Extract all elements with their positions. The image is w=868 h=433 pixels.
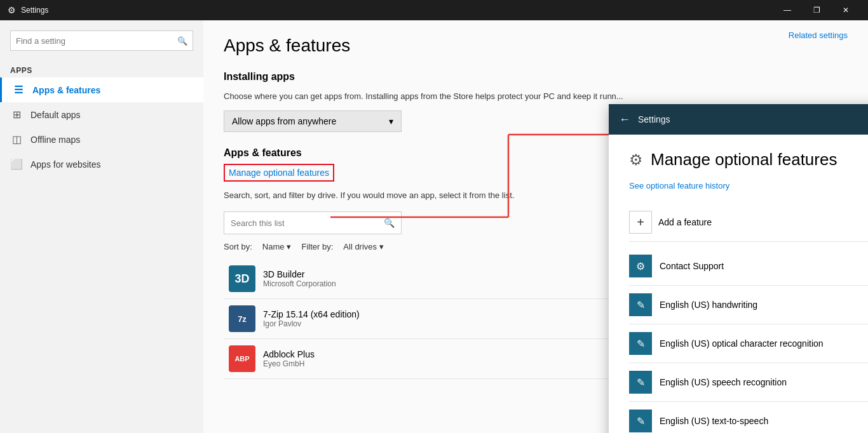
app-source-dropdown[interactable]: Allow apps from anywhere ▾ — [224, 110, 402, 132]
feature-item-en-us-speech[interactable]: ✎ English (US) speech recognition 94.9 M… — [629, 363, 868, 402]
feature-info-en-us-speech: English (US) speech recognition — [660, 376, 868, 388]
manage-optional-features-link[interactable]: Manage optional features — [224, 164, 334, 182]
feature-item-en-us-ocr[interactable]: ✎ English (US) optical character recogni… — [629, 324, 868, 363]
feature-item-contact-support[interactable]: ⚙ Contact Support 1.37 MB — [629, 247, 868, 286]
feature-name-en-us-ocr: English (US) optical character recogniti… — [660, 338, 824, 349]
window-controls: — ❐ ✕ — [773, 0, 860, 20]
sort-button[interactable]: Name ▾ — [262, 242, 292, 251]
settings-panel-page-title-text: Manage optional features — [651, 150, 837, 170]
sidebar-item-default-apps[interactable]: ⊞ Default apps — [0, 102, 203, 127]
manage-features-icon: ⚙ — [629, 151, 643, 169]
installing-apps-desc: Choose where you can get apps from. Inst… — [224, 90, 848, 103]
feature-icon-contact-support: ⚙ — [629, 255, 652, 277]
feature-info-contact-support: Contact Support — [660, 260, 868, 272]
sidebar-item-apps-websites[interactable]: ⬜ Apps for websites — [0, 152, 203, 177]
filter-label: Filter by: — [301, 242, 333, 251]
add-feature-label: Add a feature — [658, 217, 712, 227]
filter-chevron-icon: ▾ — [379, 242, 384, 251]
default-apps-icon: ⊞ — [10, 109, 23, 121]
feature-icon-en-us-ocr: ✎ — [629, 332, 652, 355]
settings-panel-header-title: Settings — [638, 114, 670, 124]
sort-chevron-icon: ▾ — [287, 242, 291, 251]
settings-panel-body: ⚙ Manage optional features See optional … — [609, 135, 868, 433]
settings-icon: ⚙ — [8, 5, 16, 15]
apps-websites-icon: ⬜ — [10, 158, 23, 170]
dropdown-chevron-icon: ▾ — [389, 116, 393, 126]
sidebar-item-label: Offline maps — [31, 135, 80, 145]
feature-item-en-us-handwriting[interactable]: ✎ English (US) handwriting 6.13 MB — [629, 286, 868, 324]
add-feature-button[interactable]: + Add a feature — [629, 203, 868, 242]
search-icon: 🔍 — [177, 36, 187, 46]
search-box[interactable]: 🔍 — [10, 30, 193, 51]
filter-value: All drives — [343, 242, 377, 251]
add-feature-icon: + — [629, 211, 652, 234]
settings-panel: ← Settings ⚙ Manage optional features Se… — [609, 104, 868, 433]
app-body: 🔍 Apps ☰ Apps & features ⊞ Default apps … — [0, 20, 868, 433]
feature-icon-en-us-speech: ✎ — [629, 371, 652, 394]
installing-apps-title: Installing apps — [224, 71, 848, 83]
sidebar-item-apps-features[interactable]: ☰ Apps & features — [0, 77, 203, 102]
sidebar-item-label: Apps & features — [32, 85, 100, 95]
feature-name-en-us-tts: English (US) text-to-speech — [660, 416, 768, 426]
app-search-bar[interactable]: 🔍 — [224, 211, 402, 234]
feature-item-en-us-tts[interactable]: ✎ English (US) text-to-speech 61.9 MB — [629, 402, 868, 433]
back-button[interactable]: ← — [619, 113, 630, 126]
title-bar: ⚙ Settings — ❐ ✕ — [0, 0, 868, 20]
feature-icon-en-us-tts: ✎ — [629, 410, 652, 432]
apps-features-icon: ☰ — [12, 84, 25, 96]
maximize-button[interactable]: ❐ — [802, 0, 831, 20]
app-search-input[interactable] — [231, 218, 384, 228]
feature-info-en-us-ocr: English (US) optical character recogniti… — [660, 338, 868, 349]
sort-label: Sort by: — [224, 242, 252, 251]
sidebar-section-label: Apps — [0, 61, 203, 77]
settings-panel-header: ← Settings — [609, 104, 868, 135]
feature-name-en-us-handwriting: English (US) handwriting — [660, 300, 757, 310]
app-icon-3d-builder: 3D — [229, 265, 255, 292]
minimize-button[interactable]: — — [773, 0, 802, 20]
title-bar-title: Settings — [21, 6, 773, 15]
feature-name-en-us-speech: English (US) speech recognition — [660, 377, 787, 387]
filter-button[interactable]: All drives ▾ — [343, 242, 384, 251]
search-input[interactable] — [16, 36, 177, 46]
feature-info-en-us-handwriting: English (US) handwriting — [660, 299, 868, 310]
app-icon-adblock: ABP — [229, 345, 255, 372]
main-content: Related settings Apps & features Install… — [203, 20, 868, 433]
sort-value: Name — [262, 242, 285, 251]
sidebar: 🔍 Apps ☰ Apps & features ⊞ Default apps … — [0, 20, 203, 433]
offline-maps-icon: ◫ — [10, 133, 23, 145]
feature-info-en-us-tts: English (US) text-to-speech — [660, 415, 868, 427]
page-title: Apps & features — [224, 36, 848, 56]
app-search-icon: 🔍 — [384, 218, 395, 228]
app-icon-7zip: 7z — [229, 305, 255, 332]
close-button[interactable]: ✕ — [831, 0, 860, 20]
sidebar-item-label: Apps for websites — [31, 159, 101, 170]
dropdown-value: Allow apps from anywhere — [232, 116, 336, 126]
sidebar-item-offline-maps[interactable]: ◫ Offline maps — [0, 127, 203, 152]
related-settings-link[interactable]: Related settings — [789, 30, 848, 40]
see-history-link[interactable]: See optional feature history — [629, 181, 729, 190]
settings-panel-page-title: ⚙ Manage optional features — [629, 150, 868, 170]
sidebar-item-label: Default apps — [31, 110, 81, 120]
feature-name-contact-support: Contact Support — [660, 261, 724, 271]
feature-icon-en-us-handwriting: ✎ — [629, 293, 652, 316]
